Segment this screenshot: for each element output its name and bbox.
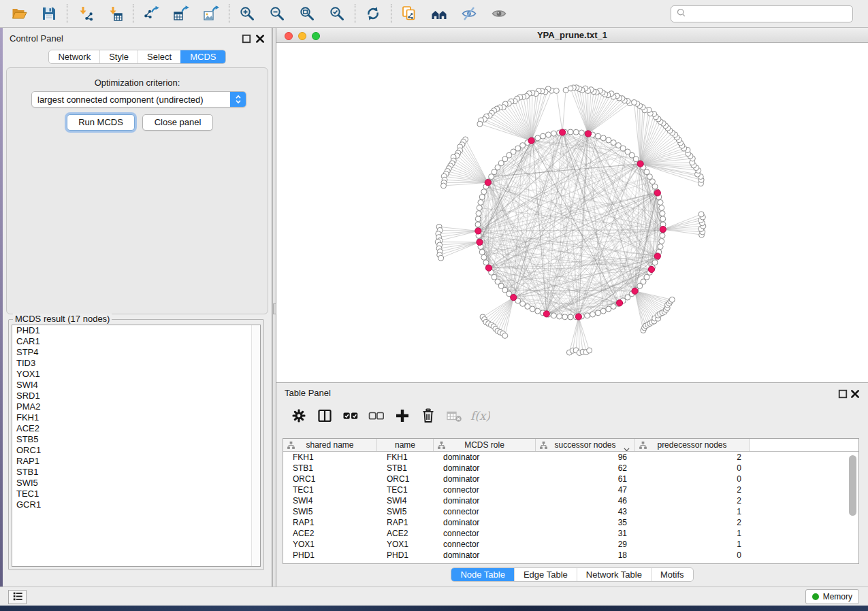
table-row-TEC1[interactable]: TEC1TEC1connector472 — [283, 484, 858, 495]
tab-style[interactable]: Style — [99, 50, 138, 63]
ring-node[interactable] — [551, 131, 556, 136]
zoom-in-icon[interactable] — [238, 5, 256, 22]
ring-node[interactable] — [652, 260, 658, 265]
table-settings-icon[interactable] — [289, 406, 309, 425]
cell[interactable]: 0 — [635, 474, 750, 484]
table-scrollbar-thumb[interactable] — [849, 455, 856, 516]
hide-selected-icon[interactable] — [460, 5, 478, 22]
ring-node[interactable] — [479, 249, 485, 254]
float-panel-icon[interactable] — [242, 34, 251, 44]
column-header-successor-nodes[interactable]: successor nodes — [536, 439, 635, 451]
mcds-dominator-node[interactable] — [660, 227, 666, 233]
mcds-dominator-node[interactable] — [575, 314, 581, 320]
tab-node-table[interactable]: Node Table — [451, 568, 514, 581]
leaf-node[interactable] — [438, 255, 444, 261]
mcds-dominator-node[interactable] — [485, 265, 492, 271]
apply-layout-icon[interactable] — [364, 5, 382, 22]
mcds-dominator-node[interactable] — [616, 300, 622, 306]
ring-node[interactable] — [600, 308, 606, 314]
ring-node[interactable] — [476, 211, 481, 216]
leaf-node[interactable] — [631, 99, 637, 105]
cell[interactable]: PHD1 — [283, 550, 377, 561]
mcds-result-item[interactable]: FKH1 — [12, 412, 260, 423]
ring-node[interactable] — [481, 189, 487, 195]
tab-network-table[interactable]: Network Table — [577, 568, 651, 581]
ring-node[interactable] — [615, 143, 621, 148]
cell[interactable]: dominator — [434, 452, 536, 463]
cell[interactable]: dominator — [434, 495, 536, 506]
cell[interactable]: 1 — [635, 528, 750, 539]
mcds-result-item[interactable]: STB5 — [12, 434, 260, 445]
ring-node[interactable] — [649, 179, 655, 184]
leaf-node[interactable] — [669, 297, 675, 302]
open-file-icon[interactable] — [10, 5, 28, 22]
ring-node[interactable] — [562, 314, 568, 320]
cell[interactable]: 96 — [536, 452, 635, 463]
export-image-icon[interactable] — [202, 5, 220, 22]
close-panel-button[interactable]: Close panel — [142, 114, 213, 131]
cell[interactable]: SWI4 — [283, 495, 377, 506]
cell[interactable]: 2 — [635, 452, 750, 463]
cell[interactable]: SWI5 — [283, 506, 377, 517]
mcds-dominator-node[interactable] — [528, 137, 534, 144]
cell[interactable]: 47 — [536, 484, 635, 495]
close-panel-icon[interactable] — [255, 34, 265, 44]
zoom-selected-icon[interactable] — [328, 5, 346, 22]
cell[interactable]: ACE2 — [377, 528, 434, 539]
dropdown-stepper-icon[interactable] — [230, 92, 246, 107]
mcds-dominator-node[interactable] — [477, 239, 483, 245]
ring-node[interactable] — [479, 195, 485, 200]
ring-node[interactable] — [573, 129, 579, 135]
mcds-result-item[interactable]: SWI5 — [12, 478, 260, 489]
cell[interactable]: connector — [434, 484, 536, 495]
ring-node[interactable] — [535, 135, 541, 141]
ring-node[interactable] — [475, 222, 481, 227]
ring-node[interactable] — [551, 313, 556, 318]
cell[interactable]: STB1 — [377, 463, 434, 474]
ring-node[interactable] — [660, 216, 666, 222]
leaf-node[interactable] — [568, 86, 573, 91]
sort-descending-icon[interactable] — [624, 444, 630, 448]
zoom-out-icon[interactable] — [268, 5, 286, 22]
mcds-dominator-node[interactable] — [654, 253, 660, 259]
ring-node[interactable] — [489, 174, 494, 180]
cell[interactable]: YOX1 — [377, 539, 434, 550]
cell[interactable]: SWI4 — [377, 495, 434, 506]
show-all-icon[interactable] — [490, 5, 508, 22]
cell[interactable]: dominator — [434, 550, 536, 561]
mcds-dominator-node[interactable] — [654, 190, 660, 196]
cell[interactable]: dominator — [434, 474, 536, 484]
mcds-list-scrollbar[interactable] — [251, 325, 260, 566]
zoom-fit-icon[interactable] — [298, 5, 316, 22]
leaf-node[interactable] — [587, 348, 592, 353]
table-row-STB1[interactable]: STB1STB1dominator620 — [283, 463, 858, 474]
cell[interactable]: STB1 — [283, 463, 377, 474]
cell[interactable]: connector — [434, 506, 536, 517]
table-row-FKH1[interactable]: FKH1FKH1dominator962 — [283, 452, 858, 463]
cell[interactable]: 31 — [536, 528, 635, 539]
cell[interactable]: 1 — [635, 539, 750, 550]
mcds-result-item[interactable]: ORC1 — [12, 445, 260, 456]
mcds-result-item[interactable]: CAR1 — [12, 336, 260, 347]
column-header-MCDS-role[interactable]: MCDS role — [434, 439, 536, 451]
cell[interactable]: 2 — [635, 484, 750, 495]
cell[interactable]: 2 — [635, 517, 750, 528]
ring-node[interactable] — [535, 308, 541, 314]
ring-node[interactable] — [579, 130, 584, 135]
mcds-dominator-node[interactable] — [511, 295, 517, 301]
table-row-ACE2[interactable]: ACE2ACE2connector311 — [283, 528, 858, 539]
mcds-result-item[interactable]: TID3 — [12, 358, 260, 369]
column-header-shared-name[interactable]: shared name — [283, 439, 377, 451]
ring-node[interactable] — [658, 244, 663, 250]
memory-button[interactable]: Memory — [805, 589, 859, 604]
cell[interactable]: FKH1 — [283, 452, 377, 463]
cell[interactable]: 61 — [536, 474, 635, 484]
ring-node[interactable] — [611, 140, 616, 146]
table-row-SWI5[interactable]: SWI5SWI5connector431 — [283, 506, 858, 517]
mcds-result-item[interactable]: ACE2 — [12, 423, 260, 434]
leaf-node[interactable] — [698, 212, 704, 217]
cell[interactable]: ORC1 — [377, 474, 434, 484]
ring-node[interactable] — [659, 239, 664, 244]
ring-node[interactable] — [606, 137, 611, 143]
ring-node[interactable] — [658, 199, 663, 205]
